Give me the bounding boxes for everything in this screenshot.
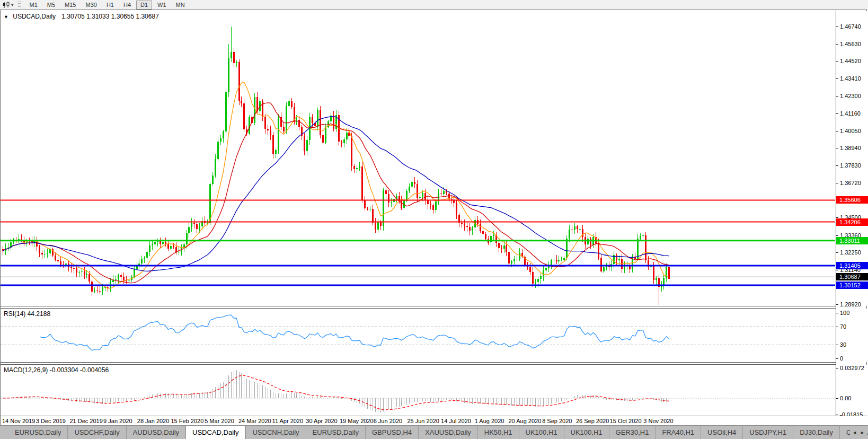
rsi-axis[interactable]: 10070300 (836, 309, 867, 362)
chart-tab-uk100-h1[interactable]: UK100,H1 (564, 426, 609, 439)
candle-body (55, 256, 56, 260)
chart-tab-usoil-h4[interactable]: USOil,H4 (701, 426, 742, 439)
candle-body (432, 205, 434, 210)
candle-body (587, 239, 589, 244)
macd-pane[interactable]: MACD(12,26,9) -0.003304 -0.004056 (1, 365, 835, 416)
candle-body (543, 270, 544, 277)
candle-body (70, 267, 72, 268)
chart-tab-audusd-daily[interactable]: AUDUSD,Daily (126, 426, 185, 439)
candle-body (351, 136, 352, 166)
candle-body (582, 229, 583, 238)
rsi-pane[interactable]: RSI(14) 44.2188 (1, 309, 835, 362)
chart-tab-usdcnh-daily[interactable]: USDCNH,Daily (245, 426, 305, 439)
timeframe-button-m30[interactable]: M30 (82, 1, 101, 10)
chart-tab-gbpusd-h4[interactable]: GBPUSD,H4 (365, 426, 418, 439)
candlestick-chart-icon (3, 2, 10, 8)
candle-body (367, 208, 368, 209)
chart-tab-eurusd-daily[interactable]: EURUSD,Daily (306, 426, 365, 439)
date-label: 9 Jan 2020 (103, 418, 132, 424)
candle-body (264, 117, 266, 129)
timeframe-button-w1[interactable]: W1 (153, 1, 171, 10)
candle-body (223, 131, 224, 138)
candle-body (76, 268, 77, 273)
main-chart-pane[interactable] (1, 11, 835, 306)
tab-scroll-left-icon[interactable]: ◄ (852, 430, 857, 435)
timeframe-button-m15[interactable]: M15 (60, 1, 80, 10)
tab-scroll-right-icon[interactable]: ► (860, 430, 865, 435)
chart-tab-ger30-h1[interactable]: GER30,H1 (609, 426, 656, 439)
chart-tab-hk50-h1[interactable]: HK50,H1 (477, 426, 519, 439)
candle-body (461, 223, 463, 224)
candle-body (44, 254, 46, 254)
candle-body (81, 271, 83, 272)
candle-body (427, 200, 429, 204)
date-label: 14 Nov 2019 (2, 418, 35, 424)
line-price-label: 1.31405 (836, 262, 868, 269)
candle-body (304, 136, 305, 151)
candle-body (88, 274, 90, 282)
candle-body (149, 245, 150, 251)
candle-body (571, 230, 573, 230)
candle-body (154, 242, 156, 244)
timeframe-button-mn[interactable]: MN (172, 1, 189, 10)
price-axis[interactable]: 1.467401.456301.445201.434101.423001.411… (836, 11, 867, 306)
candles[interactable] (2, 27, 670, 305)
candle-body (188, 227, 190, 233)
candle-body (238, 62, 240, 101)
candle-body (353, 166, 355, 169)
candle-body (464, 224, 465, 226)
candlestick-chart-icon[interactable] (2, 1, 11, 8)
candle-body (120, 275, 122, 277)
chart-tab-usdchf-daily[interactable]: USDCHF,Daily (67, 426, 126, 439)
candle-body (356, 168, 358, 169)
timeframe-button-m5[interactable]: M5 (43, 1, 59, 10)
timeframe-toolbar: ▾ M1M5M15M30H1H4D1W1MN (0, 0, 868, 10)
timeframe-button-d1[interactable]: D1 (136, 1, 152, 10)
candle-body (288, 101, 290, 106)
candle-body (411, 182, 413, 187)
candle-body (178, 252, 180, 252)
chart-tab-usdjpy-h1[interactable]: USDJPY,H1 (742, 426, 793, 439)
timeframe-button-h4[interactable]: H4 (119, 1, 135, 10)
chart-tab-eurusd-daily[interactable]: EURUSD,Daily (8, 426, 67, 439)
candle-body (616, 255, 617, 260)
date-label: 3 Nov 2020 (643, 418, 673, 424)
candle-body (191, 223, 192, 227)
dropdown-caret-icon[interactable]: ▾ (11, 1, 14, 8)
date-label: 25 Jun 2020 (407, 418, 439, 424)
time-axis[interactable]: 14 Nov 20193 Dec 201921 Dec 20199 Jan 20… (1, 416, 867, 426)
chart-window: ▼ USDCAD,Daily 1.30705 1.31033 1.30655 1… (0, 10, 867, 425)
chart-tab-uk100-h1[interactable]: UK100,H1 (519, 426, 564, 439)
candle-body (107, 287, 109, 288)
timeframe-button-m1[interactable]: M1 (25, 1, 42, 10)
candle-body (241, 101, 242, 103)
candle-body (267, 129, 269, 130)
toolbar-grip[interactable] (18, 2, 21, 8)
chart-tab-xauusd-daily[interactable]: XAUUSD,Daily (418, 426, 477, 439)
candle-body (663, 278, 665, 285)
candle-body (322, 135, 324, 142)
candle-body (419, 197, 421, 198)
candle-body (443, 191, 445, 194)
macd-axis[interactable]: 0.0329720.00-0.01815 (836, 365, 867, 416)
collapse-arrow-icon[interactable]: ▼ (4, 14, 8, 20)
candle-body (508, 252, 510, 264)
candle-body (640, 236, 641, 239)
chart-tab-fra40-h1[interactable]: FRA40,H1 (655, 426, 701, 439)
date-label: 28 Jan 2020 (137, 418, 170, 424)
line-price-label: 1.34206 (836, 218, 868, 226)
candle-body (385, 190, 387, 194)
candle-body (167, 244, 169, 249)
candle-body (563, 258, 565, 260)
candle-body (375, 223, 376, 230)
candle-body (141, 259, 143, 263)
chart-tab-usdcad-daily[interactable]: USDCAD,Daily (185, 426, 245, 439)
candle-body (215, 159, 216, 175)
candle-body (424, 193, 426, 200)
chart-tab-dj30-daily[interactable]: DJ30,Daily (793, 426, 839, 439)
candle-body (391, 202, 392, 203)
date-label: 15 Feb 2020 (171, 418, 204, 424)
candle-body (225, 92, 227, 131)
candle-body (278, 117, 279, 151)
timeframe-button-h1[interactable]: H1 (102, 1, 118, 10)
